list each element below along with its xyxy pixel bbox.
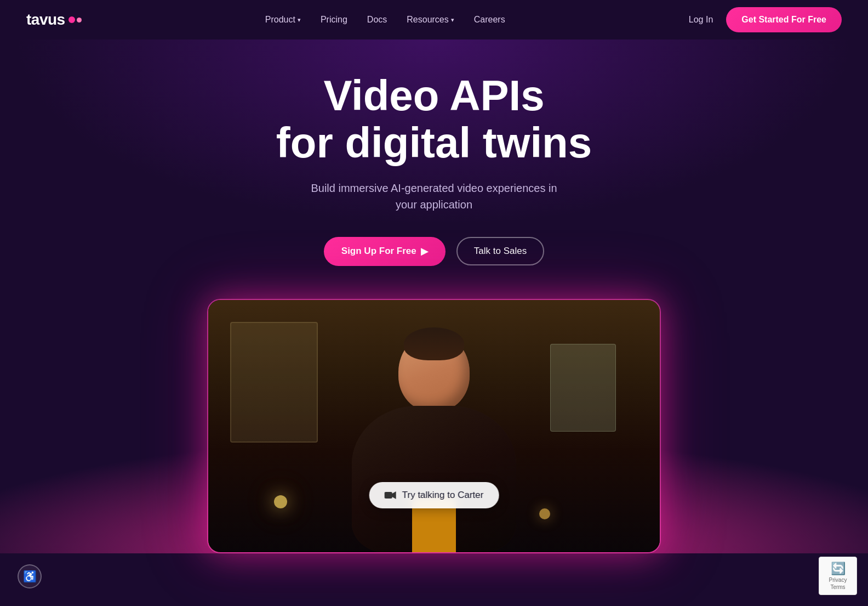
get-started-button[interactable]: Get Started For Free [726, 7, 842, 32]
video-container: Try talking to Carter [207, 299, 661, 553]
logo-icon [68, 16, 82, 23]
nav-link-resources[interactable]: Resources ▾ [407, 15, 454, 25]
camera-icon [385, 491, 397, 500]
nav-item-product[interactable]: Product ▾ [265, 15, 301, 25]
hero-section: Video APIs for digital twins Build immer… [0, 39, 868, 553]
hero-subtitle: Build immersive AI-generated video exper… [302, 180, 566, 213]
nav-link-careers[interactable]: Careers [474, 15, 505, 25]
nav-item-careers[interactable]: Careers [474, 15, 505, 25]
nav-item-pricing[interactable]: Pricing [321, 15, 347, 25]
nav-right: Log In Get Started For Free [689, 7, 842, 32]
hero-buttons: Sign Up For Free ▶ Talk to Sales [324, 237, 544, 266]
talk-to-sales-button[interactable]: Talk to Sales [456, 237, 544, 265]
chevron-down-icon: ▾ [298, 16, 301, 24]
svg-rect-0 [385, 492, 392, 499]
person-body [352, 406, 516, 552]
hero-title: Video APIs for digital twins [276, 72, 592, 167]
accessibility-icon: ♿ [23, 570, 37, 583]
nav-link-pricing[interactable]: Pricing [321, 15, 347, 25]
arrow-icon: ▶ [421, 246, 428, 257]
window-left [230, 322, 318, 443]
recaptcha-badge: 🔄 Privacy Terms [819, 557, 857, 595]
person-head [398, 333, 470, 411]
try-talking-button[interactable]: Try talking to Carter [369, 482, 499, 508]
logo-bubble-small [77, 18, 82, 22]
nav-link-docs[interactable]: Docs [367, 15, 387, 25]
logo-bubble-large [68, 16, 75, 23]
signup-button[interactable]: Sign Up For Free ▶ [324, 237, 446, 266]
person-hair [404, 327, 464, 360]
svg-marker-1 [392, 491, 396, 499]
window-right [550, 344, 616, 432]
logo-text: tavus [26, 11, 65, 29]
nav-links: Product ▾ Pricing Docs Resources ▾ Caree… [265, 15, 505, 25]
chevron-down-icon: ▾ [451, 16, 454, 24]
hero-content: Video APIs for digital twins Build immer… [207, 72, 661, 553]
logo[interactable]: tavus [26, 11, 82, 29]
video-wrapper: Try talking to Carter [207, 299, 661, 553]
navbar: tavus Product ▾ Pricing Docs Resources [0, 0, 868, 39]
accessibility-button[interactable]: ♿ [18, 564, 42, 588]
nav-link-product[interactable]: Product ▾ [265, 15, 301, 25]
video-frame: Try talking to Carter [208, 300, 660, 552]
nav-item-resources[interactable]: Resources ▾ [407, 15, 454, 25]
recaptcha-icon: 🔄 [831, 562, 846, 576]
login-button[interactable]: Log In [689, 15, 713, 25]
lamp-left [274, 495, 287, 508]
nav-item-docs[interactable]: Docs [367, 15, 387, 25]
person-silhouette [319, 322, 549, 552]
